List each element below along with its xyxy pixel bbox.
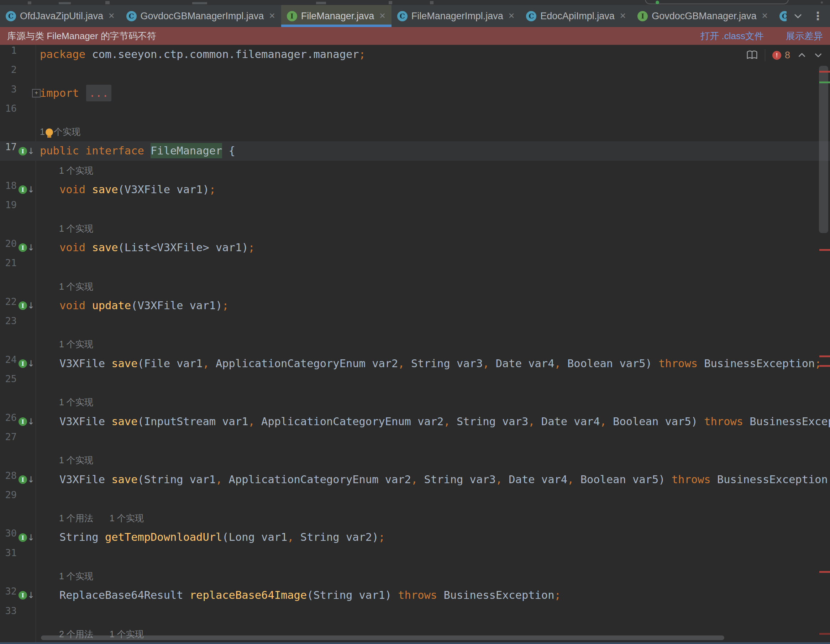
- implementation-inlay-hint[interactable]: 1 个实现: [36, 451, 830, 470]
- editor-tab[interactable]: CFileManagerImpl.java✕: [391, 5, 521, 27]
- code-line-content: 1 个实现: [36, 161, 830, 180]
- implementation-inlay-hint[interactable]: 1 个实现: [36, 566, 830, 585]
- editor-tab[interactable]: CGovdocGBManagerImpl.java✕: [120, 5, 281, 27]
- implemented-marker-icon[interactable]: I↓: [19, 301, 35, 311]
- code-line-content: [36, 605, 830, 624]
- line-number: 25: [5, 373, 17, 392]
- class-icon: C: [397, 11, 407, 21]
- implemented-marker-icon[interactable]: I↓: [19, 185, 35, 195]
- more-options-icon[interactable]: ⋮: [812, 9, 824, 23]
- tab-close-icon[interactable]: ✕: [508, 12, 515, 20]
- implementation-inlay-hint[interactable]: 1 个实现: [36, 277, 830, 296]
- line-number: 2: [11, 64, 17, 83]
- implemented-marker-icon[interactable]: I↓: [19, 146, 35, 156]
- code-line-content: V3XFile save(String var1, ApplicationCat…: [36, 470, 830, 489]
- implementation-inlay-hint[interactable]: 1个实现: [36, 122, 830, 141]
- code-token: [40, 183, 59, 196]
- inlay-text: 1 个用法: [59, 513, 93, 523]
- editor-tab-bar: COfdJavaZipUtil.java✕CGovdocGBManagerImp…: [0, 5, 830, 27]
- implemented-marker-icon[interactable]: I↓: [19, 243, 35, 253]
- gutter: [0, 334, 36, 354]
- interface-gutter-icon: I: [19, 359, 27, 368]
- code-editor[interactable]: 1package com.seeyon.ctp.common.filemanag…: [0, 45, 830, 644]
- inlay-row: 2 个用法1 个实现: [0, 624, 830, 644]
- code-row: 16: [0, 103, 830, 122]
- gutter: [0, 277, 36, 296]
- show-diff-link[interactable]: 展示差异: [786, 30, 823, 42]
- error-stripe-mark[interactable]: [819, 81, 830, 83]
- reader-mode-book-icon[interactable]: [746, 50, 758, 60]
- code-row: 30I↓ String getTempDownloadUrl(Long var1…: [0, 528, 830, 547]
- down-arrow-icon: ↓: [27, 185, 35, 195]
- implementation-inlay-hint[interactable]: 1 个实现: [36, 219, 830, 238]
- interface-gutter-icon: I: [19, 301, 27, 310]
- previous-error-icon[interactable]: [797, 51, 806, 60]
- code-token: ,: [567, 473, 574, 486]
- implementation-inlay-hint[interactable]: 1 个实现: [36, 161, 830, 180]
- code-token: ;: [222, 299, 228, 312]
- code-token: String var3: [450, 415, 529, 428]
- code-line-content: import ...: [36, 84, 830, 103]
- line-number: 27: [5, 431, 17, 451]
- tab-close-icon[interactable]: ✕: [761, 12, 768, 20]
- chevron-down-icon[interactable]: [793, 11, 803, 21]
- code-token: ApplicationCategoryEnum var2: [222, 473, 411, 486]
- error-summary-widget[interactable]: ! 8: [772, 50, 790, 61]
- code-text: V3XFile save(String var1, ApplicationCat…: [36, 470, 830, 489]
- code-token: (String var1): [307, 589, 398, 601]
- code-row: 27: [0, 431, 830, 451]
- error-stripe-mark[interactable]: [819, 633, 830, 635]
- error-stripe-mark[interactable]: [819, 356, 830, 357]
- editor-tab[interactable]: IFileManager.java✕: [281, 5, 391, 27]
- inlay-text: 1: [40, 127, 45, 137]
- implemented-marker-icon[interactable]: I↓: [19, 417, 35, 427]
- vertical-scrollbar[interactable]: [817, 45, 830, 644]
- code-row: 17I↓public interface FileManager {: [0, 141, 830, 160]
- error-stripe-mark[interactable]: [819, 249, 830, 251]
- intention-bulb-icon[interactable]: [46, 128, 53, 136]
- implementation-inlay-hint[interactable]: 1 个实现: [36, 334, 830, 354]
- tab-close-icon[interactable]: ✕: [108, 12, 115, 20]
- fold-expand-icon[interactable]: +: [32, 89, 41, 98]
- implemented-marker-icon[interactable]: I↓: [19, 590, 35, 600]
- code-text: ReplaceBase64Result replaceBase64Image(S…: [36, 585, 830, 605]
- tab-close-icon[interactable]: ✕: [379, 12, 385, 20]
- interface-icon: I: [637, 11, 648, 21]
- tab-close-icon[interactable]: ✕: [620, 12, 626, 20]
- code-token: save: [111, 473, 138, 486]
- code-token: ReplaceBase64Result: [40, 589, 190, 601]
- code-token: ;: [554, 589, 561, 601]
- inlay-text: 1 个实现: [59, 455, 93, 465]
- implementation-inlay-hint[interactable]: 1 个实现: [36, 392, 830, 411]
- tab-close-icon[interactable]: ✕: [269, 12, 275, 20]
- editor-tab[interactable]: IGovdocGBManager.java✕: [632, 5, 774, 27]
- open-class-file-link[interactable]: 打开 .class文件: [700, 30, 764, 42]
- implemented-marker-icon[interactable]: I↓: [19, 475, 35, 484]
- horizontal-scrollbar-thumb[interactable]: [41, 636, 724, 640]
- editor-tab[interactable]: CMainbody: [774, 5, 787, 27]
- code-row: 31: [0, 547, 830, 566]
- code-line-content: 1 个实现: [36, 219, 830, 238]
- implemented-marker-icon[interactable]: I↓: [19, 359, 35, 369]
- error-stripe-mark[interactable]: [819, 571, 830, 573]
- implementation-inlay-hint[interactable]: 2 个用法1 个实现: [36, 624, 830, 644]
- vertical-scrollbar-thumb[interactable]: [819, 66, 828, 233]
- error-stripe-mark[interactable]: [819, 71, 830, 73]
- line-number: 23: [5, 315, 17, 334]
- line-number: 30: [5, 528, 17, 547]
- code-token: ,: [203, 357, 209, 370]
- code-token: save: [111, 415, 138, 428]
- gutter: 28I↓: [0, 470, 36, 489]
- gutter: 24I↓: [0, 354, 36, 373]
- error-stripe-mark[interactable]: [819, 365, 830, 367]
- inlay-row: 1 个实现: [0, 392, 830, 411]
- gutter: 33: [0, 605, 36, 624]
- code-line-content: 2 个用法1 个实现: [36, 624, 830, 644]
- implemented-marker-icon[interactable]: I↓: [19, 533, 35, 543]
- editor-tab[interactable]: COfdJavaZipUtil.java✕: [0, 5, 120, 27]
- line-number: 32: [5, 585, 17, 605]
- code-text: void save(List<V3XFile> var1);: [36, 238, 830, 257]
- editor-tab[interactable]: CEdocApiImpl.java✕: [520, 5, 632, 27]
- folded-imports-box[interactable]: ...: [86, 85, 111, 101]
- implementation-inlay-hint[interactable]: 1 个用法1 个实现: [36, 508, 830, 528]
